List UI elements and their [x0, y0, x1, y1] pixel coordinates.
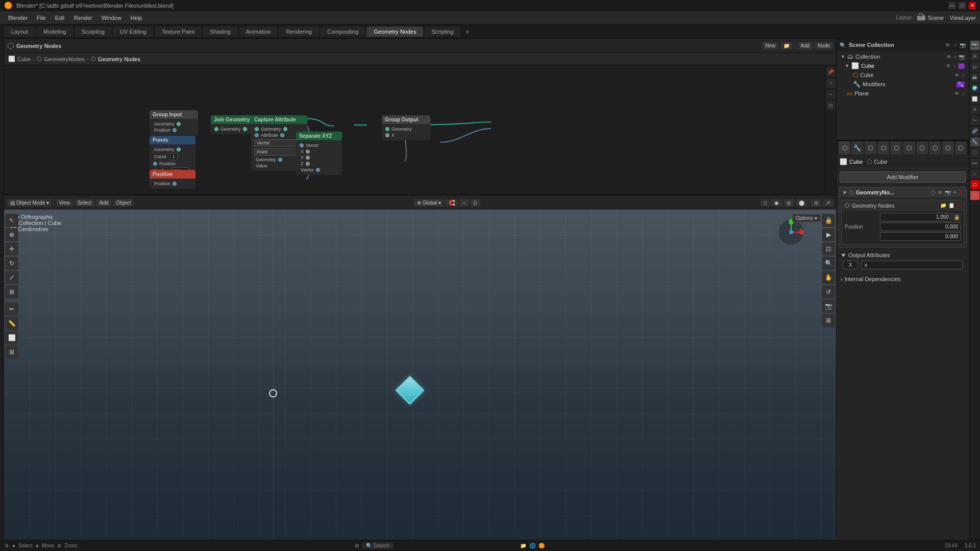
tool-rotate[interactable]: ↻ — [5, 257, 18, 270]
props-active-icon[interactable]: ⬡ — [970, 180, 979, 189]
plane-restrict-icon[interactable]: ○ — [962, 91, 965, 96]
prop-tab-modifier[interactable]: 🔧 — [851, 141, 863, 155]
cube-mesh-item[interactable]: ⬡ Cube 👁 ○ — [839, 70, 967, 80]
props-world-icon[interactable]: 🌍 — [970, 84, 979, 93]
minimize-button[interactable]: — — [948, 2, 955, 9]
taskbar-explorer[interactable]: 📁 — [520, 543, 526, 548]
maximize-button[interactable]: □ — [959, 2, 966, 9]
tab-geometry-nodes[interactable]: Geometry Nodes — [366, 27, 423, 37]
cube-collection-item[interactable]: ▼ ⬜ Cube 👁 ○ ⬡ — [839, 61, 967, 70]
mode-selector[interactable]: ▤ Object Mode ▾ — [7, 199, 52, 207]
node-group-input[interactable]: Group Input Geometry Position — [150, 110, 198, 135]
node-new-btn[interactable]: New — [762, 42, 778, 49]
vp-gizmo[interactable]: ↗ — [823, 199, 833, 207]
coll-restrict-icon[interactable]: ○ — [953, 54, 957, 60]
scene-render-icon[interactable]: 📷 — [960, 42, 966, 48]
add-workspace-button[interactable]: + — [461, 26, 474, 38]
output-attr-header[interactable]: ▼ Output Attributes — [839, 251, 967, 260]
vp-dolly[interactable]: 🔍 — [822, 257, 835, 270]
props-shaderfx-icon[interactable]: ⬡ — [970, 148, 979, 157]
active-object-name[interactable]: Cube — [849, 159, 863, 165]
props-output-icon[interactable]: ⊞ — [970, 52, 979, 61]
scene-collection-search-icon[interactable]: 🔍 — [840, 42, 846, 48]
vp-shading-wire[interactable]: □ — [761, 199, 770, 207]
tab-modeling[interactable]: Modeling — [36, 27, 74, 37]
node-pin-icon[interactable]: 📌 — [826, 67, 836, 77]
position-x-value[interactable]: 1.050 — [880, 213, 951, 221]
scene-hide-icon[interactable]: ○ — [953, 42, 957, 48]
tool-transform[interactable]: ⊞ — [5, 285, 18, 298]
tab-layout[interactable]: Layout — [4, 27, 35, 37]
tool-add-cube[interactable]: ⬜ — [5, 331, 18, 344]
vp-orbit[interactable]: ↺ — [822, 285, 835, 298]
prop-tab-world[interactable]: ⬡ — [929, 141, 941, 155]
node-separate-xyz[interactable]: Separate XYZ Vector X Y Z — [296, 132, 342, 175]
breadcrumb-cube[interactable]: Cube — [17, 56, 31, 62]
pts-count-value[interactable]: 1 — [170, 153, 178, 160]
cube-eye-icon[interactable]: 👁 — [946, 63, 951, 69]
menu-window[interactable]: Window — [97, 14, 126, 22]
mod-btn-realtime[interactable]: 👁 — [938, 190, 943, 195]
tab-uv-editing[interactable]: UV Editing — [113, 27, 154, 37]
node-fit-icon[interactable]: ⊡ — [826, 101, 836, 110]
internal-deps-header[interactable]: › Internal Dependencies — [839, 274, 967, 284]
tab-scripting[interactable]: Scripting — [424, 27, 460, 37]
vp-proportional[interactable]: ○ — [459, 199, 469, 207]
prop-tab-constraints[interactable]: ⬡ — [890, 141, 902, 155]
node-position[interactable]: Position Position — [150, 170, 195, 189]
scene-collection-item[interactable]: ▼ 🗂 Collection 👁 ○ 📷 — [839, 52, 967, 61]
taskbar-edge[interactable]: 🌐 — [529, 543, 535, 548]
taskbar-blender[interactable]: 🟠 — [538, 543, 545, 548]
props-view-layer-icon[interactable]: 🗂 — [970, 62, 979, 71]
props-constraints-icon[interactable]: 🔗 — [970, 127, 979, 136]
props-physics-icon[interactable]: 〜 — [970, 116, 979, 125]
props-particles-icon[interactable]: ✦ — [970, 105, 979, 114]
vp-snap[interactable]: 🧲 — [446, 199, 458, 207]
position-z-value[interactable]: 0.000 — [880, 232, 961, 241]
tab-shading[interactable]: Shading — [203, 27, 237, 37]
vp-shading-solid[interactable]: ◉ — [771, 199, 782, 207]
viewport-options-button[interactable]: Options ▾ — [792, 214, 821, 222]
prop-tab-physics[interactable]: ⬡ — [877, 141, 889, 155]
prop-tab-object-data[interactable]: ⬡ — [839, 141, 850, 155]
prop-tab-particles[interactable]: ⬡ — [865, 141, 876, 155]
vp-shading-material[interactable]: ◎ — [783, 199, 794, 207]
vp-view-menu[interactable]: View — [56, 199, 73, 207]
menu-render[interactable]: Render — [70, 14, 96, 22]
output-x-value[interactable]: x — [861, 261, 963, 269]
breadcrumb-geonodes[interactable]: GeometryNodes — [44, 56, 85, 62]
gns-open-btn[interactable]: 📁 — [940, 203, 946, 208]
node-group-output[interactable]: Group Output Geometry X — [382, 115, 430, 140]
coll-eye-icon[interactable]: 👁 — [946, 54, 951, 60]
vp-zoom-extent[interactable]: ⊡ — [822, 242, 835, 256]
tool-cursor[interactable]: ⊕ — [5, 228, 18, 241]
plane-item[interactable]: ▭ Plane 👁 ○ — [839, 89, 967, 98]
tab-compositing[interactable]: Compositing — [320, 27, 365, 37]
menu-edit[interactable]: Edit — [51, 14, 69, 22]
vp-camera-view[interactable]: 📷 — [822, 299, 835, 313]
gns-copy-btn[interactable]: 📋 — [948, 203, 954, 208]
vp-quad-view[interactable]: ⊞ — [822, 314, 835, 327]
props-active-render-icon[interactable]: 📷 — [970, 41, 979, 50]
node-node-menu[interactable]: Node — [815, 42, 833, 49]
vp-fly-nav[interactable]: ▶ — [822, 228, 835, 241]
node-canvas[interactable]: Group Input Geometry Position Join Geome… — [4, 65, 836, 195]
props-soft-body-icon[interactable]: ○ — [970, 169, 979, 179]
tab-texture-paint[interactable]: Texture Paint — [155, 27, 202, 37]
viewport-area[interactable]: ▤ Object Mode ▾ View Select Add Object ⊕… — [4, 195, 836, 540]
node-open-btn[interactable]: 📁 — [780, 42, 793, 49]
tool-grid[interactable]: ⊞ — [5, 345, 18, 359]
taskbar-start[interactable]: ⊞ — [355, 543, 359, 548]
add-modifier-button[interactable]: Add Modifier — [840, 171, 966, 183]
mod-collapse-arrow[interactable]: ▼ — [842, 190, 847, 195]
tab-animation[interactable]: Animation — [239, 27, 278, 37]
position-y-value[interactable]: 0.000 — [880, 222, 961, 231]
vp-pan[interactable]: ✋ — [822, 271, 835, 284]
mod-delete-btn[interactable]: ✕ — [959, 190, 963, 195]
pos-x-lock[interactable]: 🔒 — [952, 213, 961, 221]
tool-measure[interactable]: 📏 — [5, 317, 18, 330]
mod-btn-edit[interactable]: ✏ — [953, 190, 957, 195]
vp-orientation[interactable]: ⊕ Global ▾ — [414, 199, 444, 207]
props-modifier-icon[interactable]: 🔧 — [970, 137, 979, 146]
taskbar-search[interactable]: 🔍 Search — [362, 542, 394, 549]
